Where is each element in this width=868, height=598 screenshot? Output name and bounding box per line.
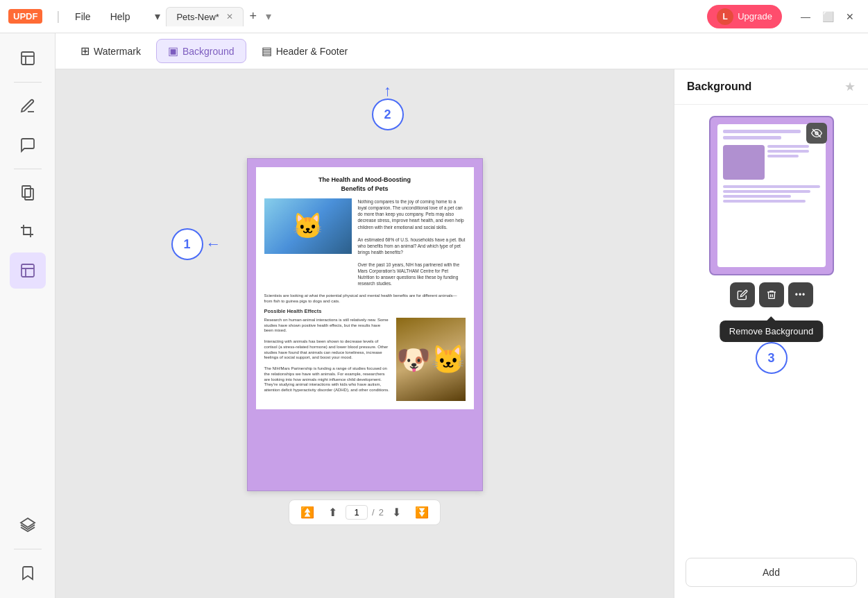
- window-controls: — ⬜ ✕: [796, 7, 860, 26]
- card-text-line-2: [767, 150, 810, 153]
- last-page-btn[interactable]: ⏬: [409, 503, 434, 522]
- right-panel: Background ★: [674, 69, 868, 598]
- card-actions: Remove Background •••: [730, 275, 813, 307]
- close-btn[interactable]: ✕: [840, 7, 860, 26]
- next-page-btn[interactable]: ⬇: [386, 503, 407, 522]
- eye-toggle-btn[interactable]: [806, 123, 827, 144]
- pdf-columns: 🐱 Nothing compares to the joy of coming …: [264, 198, 466, 287]
- tab-dropdown[interactable]: ▾: [149, 8, 166, 25]
- pdf-body-2: An estimated 68% of U.S. households have…: [357, 237, 465, 255]
- tab-close-btn[interactable]: ✕: [226, 12, 233, 22]
- panel-title: Background: [687, 80, 751, 93]
- remove-background-tooltip: Remove Background: [720, 321, 823, 342]
- pdf-section-title: Possible Health Effects: [264, 308, 466, 316]
- left-sidebar: [0, 33, 56, 598]
- svg-rect-4: [25, 189, 33, 200]
- toolbar: ⊞ Watermark ▣ Background ▤ Header & Foot…: [56, 33, 868, 69]
- title-separator: |: [56, 9, 60, 24]
- pdf-col-left: 🐱: [264, 198, 352, 287]
- tabs-more-btn[interactable]: ▾: [266, 10, 271, 23]
- pdf-page: 1 ← The Health and Mood-BoostingBenefits…: [247, 158, 483, 491]
- pdf-title: The Health and Mood-BoostingBenefits of …: [264, 176, 466, 193]
- svg-rect-3: [22, 186, 31, 197]
- pdf-section-body-2: Interacting with animals has been shown …: [264, 339, 391, 361]
- viewer-wrapper: ↑ 2 1 ← The Health and Mood-BoostingBene…: [247, 83, 483, 525]
- sidebar-item-background[interactable]: [10, 253, 46, 289]
- background-btn[interactable]: ▣ Background: [156, 39, 246, 63]
- content-area: ↑ 2 1 ← The Health and Mood-BoostingBene…: [56, 69, 868, 598]
- card-line-1: [723, 130, 801, 133]
- background-icon: ▣: [168, 44, 178, 58]
- cat-image: 🐱: [264, 198, 352, 254]
- pdf-section-body-1: Research on human-animal interactions is…: [264, 318, 391, 334]
- sidebar-item-bookmark[interactable]: [10, 555, 46, 591]
- sidebar-item-annotate[interactable]: [10, 127, 46, 163]
- sidebar-divider-2: [14, 169, 42, 169]
- more-options-btn[interactable]: •••: [788, 282, 813, 307]
- edit-background-btn[interactable]: [730, 282, 755, 307]
- sidebar-item-pages[interactable]: [10, 175, 46, 211]
- favorite-star-icon[interactable]: ★: [844, 79, 856, 94]
- page-total: 2: [379, 507, 384, 518]
- watermark-label: Watermark: [94, 46, 141, 57]
- new-tab-btn[interactable]: +: [244, 7, 263, 26]
- background-card-container: Remove Background ••• ↑ 3: [674, 105, 868, 549]
- app-logo: UPDF: [8, 9, 42, 24]
- background-preview-card: [709, 116, 834, 275]
- first-page-btn[interactable]: ⏫: [295, 503, 320, 522]
- menu-help[interactable]: Help: [103, 8, 137, 25]
- pdf-body-3: Over the past 10 years, NIH has partnere…: [357, 262, 459, 286]
- card-line-full-4: [723, 200, 806, 203]
- pdf-col-right: Nothing compares to the joy of coming ho…: [357, 198, 465, 287]
- svg-rect-5: [22, 264, 34, 277]
- annotation-2: 2: [372, 99, 404, 130]
- tab-bar: ▾ Pets-New* ✕ + ▾: [149, 7, 423, 26]
- annotation-1: 1: [171, 228, 203, 260]
- pdf-content: The Health and Mood-BoostingBenefits of …: [256, 167, 474, 409]
- card-text-line-3: [767, 155, 799, 157]
- header-footer-btn[interactable]: ▤ Header & Footer: [250, 40, 359, 62]
- card-lines-group: [723, 185, 820, 203]
- main-layout: ⊞ Watermark ▣ Background ▤ Header & Foot…: [0, 33, 868, 598]
- pdf-section-body-3: The NIH/Mars Partnership is funding a ra…: [264, 366, 391, 393]
- dog-image: 🐶🐱: [396, 318, 466, 401]
- card-line-full-1: [723, 185, 820, 188]
- page-number-input[interactable]: 1: [346, 505, 368, 520]
- card-line-full-3: [723, 195, 791, 198]
- card-inner: [717, 124, 826, 267]
- annotation-3: 3: [756, 342, 788, 374]
- sidebar-item-edit[interactable]: [10, 88, 46, 124]
- sidebar-divider-3: [14, 549, 42, 549]
- panel-header: Background ★: [674, 69, 868, 105]
- sidebar-item-layers[interactable]: [10, 507, 46, 543]
- sidebar-item-reader[interactable]: [10, 40, 46, 76]
- minimize-btn[interactable]: —: [796, 7, 815, 26]
- page-separator: /: [372, 507, 375, 518]
- page-navigation: ⏫ ⬆ 1 / 2 ⬇ ⏬: [289, 499, 441, 525]
- card-img-placeholder: [723, 145, 765, 180]
- add-background-btn[interactable]: Add: [686, 558, 857, 587]
- watermark-icon: ⊞: [80, 44, 90, 58]
- upgrade-button[interactable]: L Upgrade: [707, 5, 782, 28]
- sidebar-item-crop[interactable]: [10, 214, 46, 250]
- active-tab[interactable]: Pets-New* ✕: [166, 7, 243, 26]
- titlebar: UPDF | File Help ▾ Pets-New* ✕ + ▾ L Upg…: [0, 0, 868, 33]
- sidebar-divider-1: [14, 82, 42, 83]
- background-label: Background: [182, 46, 235, 57]
- maximize-btn[interactable]: ⬜: [818, 7, 837, 26]
- menu-file[interactable]: File: [68, 8, 98, 25]
- pdf-footer-text: Scientists are looking at what the poten…: [264, 293, 466, 305]
- card-line-2: [723, 136, 781, 139]
- prev-page-btn[interactable]: ⬆: [323, 503, 343, 522]
- upgrade-label: Upgrade: [738, 11, 772, 22]
- card-line-full-2: [723, 190, 810, 193]
- header-footer-label: Header & Footer: [276, 46, 348, 57]
- delete-background-btn[interactable]: Remove Background: [759, 282, 784, 307]
- watermark-btn[interactable]: ⊞ Watermark: [69, 40, 152, 62]
- svg-rect-0: [22, 52, 34, 65]
- pdf-body-1: Nothing compares to the joy of coming ho…: [357, 199, 463, 229]
- more-icon: •••: [795, 290, 806, 300]
- card-text-line-1: [767, 145, 810, 148]
- header-footer-icon: ▤: [262, 44, 272, 58]
- pdf-viewer[interactable]: ↑ 2 1 ← The Health and Mood-BoostingBene…: [56, 69, 674, 598]
